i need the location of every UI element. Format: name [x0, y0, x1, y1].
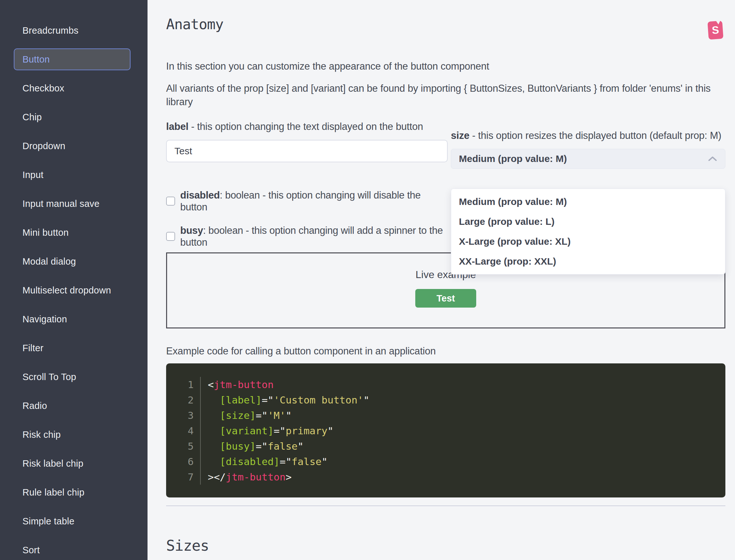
sidebar-item-navigation[interactable]: Navigation — [0, 305, 148, 334]
code-token-str: false — [292, 454, 321, 469]
label-desc: - this option changing the text displaye… — [189, 121, 423, 132]
sidebar-item-filter[interactable]: Filter — [0, 334, 148, 362]
code-line-7: ></jtm-button> — [176, 469, 716, 485]
storybook-logo-letter: S — [712, 24, 720, 36]
sidebar-item-label: Checkbox — [14, 77, 131, 99]
code-line-2: [label]="'Custom button'" — [176, 392, 716, 408]
size-control-title: size - this option resizes the displayed… — [451, 129, 725, 142]
sidebar-item-checkbox[interactable]: Checkbox — [0, 74, 148, 103]
label-control-title: label - this option changing the text di… — [166, 120, 448, 133]
code-token-attr: [busy] — [220, 438, 256, 454]
code-token-str: false — [268, 438, 298, 454]
size-select-trigger[interactable]: Medium (prop value: M) — [451, 149, 725, 169]
code-token-plain: " — [363, 392, 369, 408]
chevron-up-icon — [708, 156, 717, 162]
code-token-plain — [208, 438, 220, 454]
sidebar-item-modal-dialog[interactable]: Modal dialog — [0, 247, 148, 276]
busy-checkbox-label: busy: boolean - this option changing wil… — [180, 225, 446, 248]
code-token-plain: > — [286, 469, 292, 485]
sidebar-item-label: Radio — [14, 395, 131, 417]
intro-paragraph-1: In this section you can customize the ap… — [166, 61, 725, 72]
sidebar-item-label: Risk chip — [14, 424, 131, 445]
code-token-plain: " — [298, 438, 304, 454]
sidebar-item-radio[interactable]: Radio — [0, 391, 148, 420]
code-block: <jtm-button [label]="'Custom button'" [s… — [166, 363, 725, 497]
code-token-str: 'M' — [268, 408, 286, 423]
size-options-panel: Medium (prop value: M)Large (prop value:… — [451, 189, 725, 275]
disabled-checkbox-row: disabled: boolean - this option changing… — [166, 189, 448, 213]
busy-term: busy — [180, 225, 203, 236]
code-token-plain: =" — [262, 392, 274, 408]
code-token-plain — [208, 454, 220, 469]
sidebar-item-simple-table[interactable]: Simple table — [0, 507, 148, 536]
busy-desc: : boolean - this option changing will ad… — [180, 225, 443, 248]
code-token-attr: [disabled] — [220, 454, 280, 469]
code-token-str: 'Custom button' — [274, 392, 363, 408]
code-token-plain — [208, 392, 220, 408]
section-divider — [166, 505, 725, 506]
code-token-attr: [variant] — [220, 423, 274, 438]
size-option-2[interactable]: X-Large (prop value: XL) — [451, 232, 725, 251]
sidebar-item-input[interactable]: Input — [0, 160, 148, 189]
code-token-plain: ></ — [208, 469, 226, 485]
sidebar-item-risk-label-chip[interactable]: Risk label chip — [0, 449, 148, 478]
code-token-attr: [size] — [220, 408, 256, 423]
sidebar-item-button[interactable]: Button — [0, 45, 148, 74]
sidebar-item-risk-chip[interactable]: Risk chip — [0, 420, 148, 449]
live-test-button[interactable]: Test — [415, 289, 476, 308]
size-column: size - this option resizes the displayed… — [451, 120, 725, 248]
sidebar-item-label: Scroll To Top — [14, 366, 131, 388]
code-line-4: [variant]="primary" — [176, 423, 716, 438]
code-token-str: primary — [286, 423, 328, 438]
controls-grid: label - this option changing the text di… — [166, 120, 725, 248]
code-token-attr: [label] — [220, 392, 262, 408]
sidebar-item-label: Navigation — [14, 308, 131, 330]
code-token-plain: " — [328, 423, 334, 438]
intro-paragraph-2: All variants of the prop [size] and [var… — [166, 82, 725, 109]
code-line-6: [disabled]="false" — [176, 454, 716, 469]
disabled-checkbox-label: disabled: boolean - this option changing… — [180, 189, 446, 213]
code-token-plain: =" — [280, 454, 292, 469]
label-input[interactable] — [166, 140, 448, 162]
code-token-plain: " — [286, 408, 292, 423]
label-term: label — [166, 121, 189, 132]
page-title: Anatomy — [166, 16, 725, 32]
sidebar-item-dropdown[interactable]: Dropdown — [0, 132, 148, 160]
main-content: Anatomy S In this section you can custom… — [148, 0, 735, 560]
sidebar-item-label: Input — [14, 164, 131, 186]
sidebar-item-rule-label-chip[interactable]: Rule label chip — [0, 478, 148, 507]
code-token-plain: < — [208, 377, 214, 392]
size-term: size — [451, 130, 469, 141]
storybook-logo-icon[interactable]: S — [707, 21, 723, 39]
size-option-3[interactable]: XX-Large (prop: XXL) — [451, 251, 725, 271]
sidebar-item-chip[interactable]: Chip — [0, 103, 148, 132]
sidebar-item-label: Dropdown — [14, 135, 131, 157]
code-token-plain — [208, 423, 220, 438]
size-option-0[interactable]: Medium (prop value: M) — [451, 192, 725, 212]
size-selected-value: Medium (prop value: M) — [459, 153, 567, 164]
code-intro-text: Example code for calling a button compon… — [166, 345, 725, 357]
code-token-plain: =" — [256, 408, 268, 423]
size-desc: - this option resizes the displayed butt… — [469, 130, 722, 141]
code-token-plain — [208, 408, 220, 423]
busy-checkbox[interactable] — [166, 232, 175, 241]
sidebar-nav: BreadcrumbsButtonCheckboxChipDropdownInp… — [0, 0, 148, 560]
sidebar-item-label: Breadcrumbs — [14, 20, 131, 41]
sidebar-item-input-manual-save[interactable]: Input manual save — [0, 189, 148, 218]
sidebar-item-breadcrumbs[interactable]: Breadcrumbs — [0, 16, 148, 45]
sidebar-item-label: Rule label chip — [14, 481, 131, 503]
sidebar-item-scroll-to-top[interactable]: Scroll To Top — [0, 362, 148, 391]
sidebar-item-label: Modal dialog — [14, 250, 131, 272]
sidebar-item-multiselect-dropdown[interactable]: Multiselect dropdown — [0, 276, 148, 305]
sidebar-item-mini-button[interactable]: Mini button — [0, 218, 148, 247]
disabled-checkbox[interactable] — [166, 197, 175, 206]
sidebar-item-label: Filter — [14, 337, 131, 359]
sidebar-item-label: Multiselect dropdown — [14, 279, 131, 301]
disabled-term: disabled — [180, 190, 220, 201]
busy-checkbox-row: busy: boolean - this option changing wil… — [166, 225, 448, 248]
size-option-1[interactable]: Large (prop value: L) — [451, 212, 725, 232]
code-token-plain: =" — [256, 438, 268, 454]
sidebar-item-label: Input manual save — [14, 193, 131, 215]
sidebar-item-sort[interactable]: Sort — [0, 536, 148, 560]
code-token-plain: " — [322, 454, 328, 469]
